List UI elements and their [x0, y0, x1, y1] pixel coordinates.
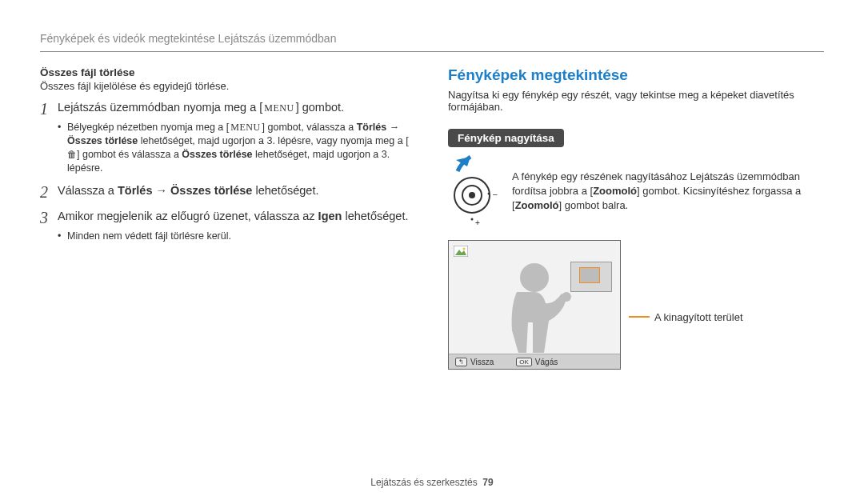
- svg-point-9: [463, 248, 466, 250]
- step-3: 3 Amikor megjelenik az előugró üzenet, v…: [40, 209, 416, 226]
- left-title: Összes fájl törlése: [40, 66, 416, 78]
- child-silhouette: [486, 258, 582, 354]
- screen-bottom-bar: ↰ Vissza OK Vágás: [449, 354, 620, 369]
- step1-sub: Bélyegkép nézetben nyomja meg a [MENU] g…: [67, 121, 416, 175]
- svg-point-10: [520, 263, 549, 292]
- zoom-dial-icon: – +: [448, 155, 499, 229]
- svg-point-2: [469, 192, 475, 198]
- step3-sub: Minden nem védett fájl törlésre kerül.: [67, 230, 231, 243]
- step1-post: ] gombot.: [296, 101, 344, 114]
- step1-pre: Lejátszás üzemmódban nyomja meg a [: [58, 101, 262, 114]
- zoom-text: A fénykép egy részének nagyításához Lejá…: [512, 155, 824, 214]
- navigator-highlight: [579, 267, 600, 283]
- breadcrumb: Fényképek és videók megtekintése Lejátsz…: [40, 32, 824, 51]
- header-rule: [40, 51, 824, 52]
- bullet-dot: •: [58, 230, 67, 243]
- page-footer: Lejátszás és szerkesztés 79: [0, 477, 864, 488]
- step-num-1: 1: [40, 100, 58, 118]
- back-label: Vissza: [470, 358, 494, 366]
- crop-label: Vágás: [535, 358, 558, 366]
- ok-icon: OK: [516, 358, 532, 366]
- bullet-dot: •: [58, 121, 67, 175]
- menu-icon: MENU: [229, 121, 262, 134]
- svg-text:+: +: [475, 218, 480, 227]
- right-intro: Nagyítsa ki egy fénykép egy részét, vagy…: [448, 89, 824, 113]
- step-1: 1 Lejátszás üzemmódban nyomja meg a [MEN…: [40, 100, 416, 118]
- svg-text:–: –: [493, 190, 498, 198]
- step-2: 2 Válassza a Törlés → Összes törlése leh…: [40, 183, 416, 201]
- camera-screen: ↰ Vissza OK Vágás: [448, 240, 621, 370]
- callout-line: [629, 316, 650, 318]
- trash-icon: 🗑: [67, 148, 77, 161]
- step-num-2: 2: [40, 183, 58, 201]
- step-num-3: 3: [40, 209, 58, 226]
- navigator-frame: [570, 262, 612, 292]
- svg-point-11: [562, 292, 571, 302]
- left-subtitle: Összes fájl kijelölése és egyidejű törlé…: [40, 80, 416, 92]
- svg-point-6: [471, 218, 474, 221]
- thumbnail-icon: [454, 246, 468, 257]
- menu-icon: MENU: [262, 102, 295, 114]
- area-label: A kinagyított terület: [654, 311, 743, 323]
- svg-point-5: [488, 193, 490, 195]
- back-icon: ↰: [455, 358, 467, 366]
- zoom-pill: Fénykép nagyítása: [448, 129, 564, 147]
- right-title: Fényképek megtekintése: [448, 66, 824, 84]
